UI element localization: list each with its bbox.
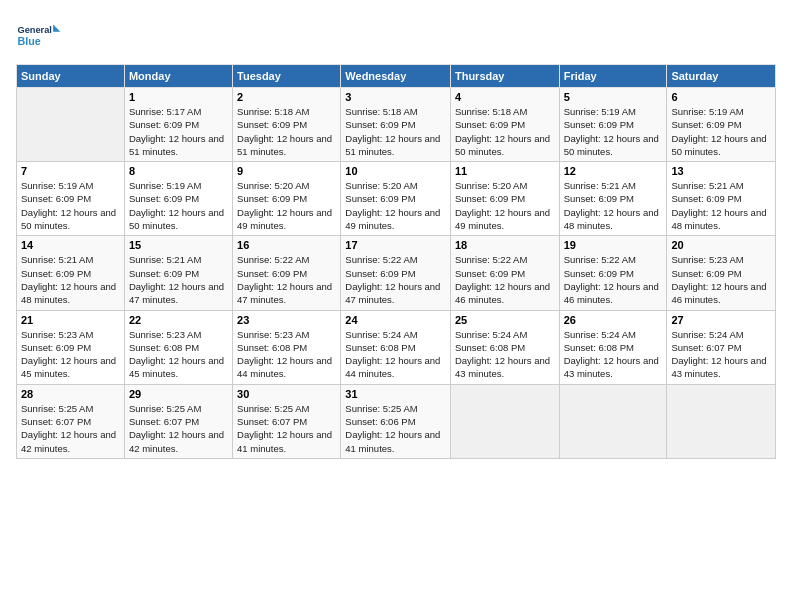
day-cell: 19Sunrise: 5:22 AMSunset: 6:09 PMDayligh… (559, 236, 667, 310)
day-number: 5 (564, 91, 663, 103)
day-cell: 13Sunrise: 5:21 AMSunset: 6:09 PMDayligh… (667, 162, 776, 236)
day-cell: 15Sunrise: 5:21 AMSunset: 6:09 PMDayligh… (124, 236, 232, 310)
day-info: Sunrise: 5:23 AMSunset: 6:08 PMDaylight:… (129, 328, 228, 381)
day-cell: 21Sunrise: 5:23 AMSunset: 6:09 PMDayligh… (17, 310, 125, 384)
header-cell-wednesday: Wednesday (341, 65, 451, 88)
day-number: 25 (455, 314, 555, 326)
day-info: Sunrise: 5:22 AMSunset: 6:09 PMDaylight:… (455, 253, 555, 306)
day-cell: 2Sunrise: 5:18 AMSunset: 6:09 PMDaylight… (233, 88, 341, 162)
day-info: Sunrise: 5:22 AMSunset: 6:09 PMDaylight:… (345, 253, 446, 306)
day-cell: 11Sunrise: 5:20 AMSunset: 6:09 PMDayligh… (450, 162, 559, 236)
day-info: Sunrise: 5:20 AMSunset: 6:09 PMDaylight:… (237, 179, 336, 232)
day-cell: 7Sunrise: 5:19 AMSunset: 6:09 PMDaylight… (17, 162, 125, 236)
day-info: Sunrise: 5:23 AMSunset: 6:09 PMDaylight:… (21, 328, 120, 381)
day-info: Sunrise: 5:19 AMSunset: 6:09 PMDaylight:… (671, 105, 771, 158)
day-cell: 17Sunrise: 5:22 AMSunset: 6:09 PMDayligh… (341, 236, 451, 310)
day-cell: 9Sunrise: 5:20 AMSunset: 6:09 PMDaylight… (233, 162, 341, 236)
day-number: 11 (455, 165, 555, 177)
svg-text:General: General (17, 25, 52, 35)
day-info: Sunrise: 5:21 AMSunset: 6:09 PMDaylight:… (564, 179, 663, 232)
day-info: Sunrise: 5:22 AMSunset: 6:09 PMDaylight:… (237, 253, 336, 306)
header-cell-saturday: Saturday (667, 65, 776, 88)
header-cell-friday: Friday (559, 65, 667, 88)
day-cell: 30Sunrise: 5:25 AMSunset: 6:07 PMDayligh… (233, 384, 341, 458)
header-cell-thursday: Thursday (450, 65, 559, 88)
day-number: 24 (345, 314, 446, 326)
day-cell: 16Sunrise: 5:22 AMSunset: 6:09 PMDayligh… (233, 236, 341, 310)
day-number: 3 (345, 91, 446, 103)
day-number: 2 (237, 91, 336, 103)
week-row-5: 28Sunrise: 5:25 AMSunset: 6:07 PMDayligh… (17, 384, 776, 458)
logo-svg: General Blue (16, 16, 66, 56)
day-info: Sunrise: 5:24 AMSunset: 6:08 PMDaylight:… (345, 328, 446, 381)
day-number: 28 (21, 388, 120, 400)
day-cell: 22Sunrise: 5:23 AMSunset: 6:08 PMDayligh… (124, 310, 232, 384)
day-info: Sunrise: 5:24 AMSunset: 6:07 PMDaylight:… (671, 328, 771, 381)
day-info: Sunrise: 5:22 AMSunset: 6:09 PMDaylight:… (564, 253, 663, 306)
day-cell (559, 384, 667, 458)
day-number: 30 (237, 388, 336, 400)
svg-text:Blue: Blue (17, 35, 40, 47)
day-cell: 5Sunrise: 5:19 AMSunset: 6:09 PMDaylight… (559, 88, 667, 162)
header-cell-monday: Monday (124, 65, 232, 88)
calendar-table: SundayMondayTuesdayWednesdayThursdayFrid… (16, 64, 776, 459)
day-info: Sunrise: 5:21 AMSunset: 6:09 PMDaylight:… (21, 253, 120, 306)
day-info: Sunrise: 5:20 AMSunset: 6:09 PMDaylight:… (345, 179, 446, 232)
day-number: 22 (129, 314, 228, 326)
day-cell: 24Sunrise: 5:24 AMSunset: 6:08 PMDayligh… (341, 310, 451, 384)
page-header: General Blue (16, 16, 776, 56)
day-number: 31 (345, 388, 446, 400)
day-number: 10 (345, 165, 446, 177)
day-number: 9 (237, 165, 336, 177)
day-cell: 23Sunrise: 5:23 AMSunset: 6:08 PMDayligh… (233, 310, 341, 384)
day-number: 21 (21, 314, 120, 326)
day-cell (17, 88, 125, 162)
day-number: 19 (564, 239, 663, 251)
header-cell-tuesday: Tuesday (233, 65, 341, 88)
day-number: 20 (671, 239, 771, 251)
day-info: Sunrise: 5:19 AMSunset: 6:09 PMDaylight:… (21, 179, 120, 232)
day-number: 8 (129, 165, 228, 177)
day-info: Sunrise: 5:21 AMSunset: 6:09 PMDaylight:… (129, 253, 228, 306)
day-cell: 25Sunrise: 5:24 AMSunset: 6:08 PMDayligh… (450, 310, 559, 384)
day-info: Sunrise: 5:18 AMSunset: 6:09 PMDaylight:… (455, 105, 555, 158)
day-info: Sunrise: 5:23 AMSunset: 6:09 PMDaylight:… (671, 253, 771, 306)
day-cell: 18Sunrise: 5:22 AMSunset: 6:09 PMDayligh… (450, 236, 559, 310)
day-cell: 1Sunrise: 5:17 AMSunset: 6:09 PMDaylight… (124, 88, 232, 162)
week-row-4: 21Sunrise: 5:23 AMSunset: 6:09 PMDayligh… (17, 310, 776, 384)
day-cell: 12Sunrise: 5:21 AMSunset: 6:09 PMDayligh… (559, 162, 667, 236)
header-cell-sunday: Sunday (17, 65, 125, 88)
week-row-3: 14Sunrise: 5:21 AMSunset: 6:09 PMDayligh… (17, 236, 776, 310)
day-info: Sunrise: 5:24 AMSunset: 6:08 PMDaylight:… (455, 328, 555, 381)
week-row-1: 1Sunrise: 5:17 AMSunset: 6:09 PMDaylight… (17, 88, 776, 162)
day-cell: 4Sunrise: 5:18 AMSunset: 6:09 PMDaylight… (450, 88, 559, 162)
day-number: 4 (455, 91, 555, 103)
day-number: 7 (21, 165, 120, 177)
day-number: 15 (129, 239, 228, 251)
day-number: 1 (129, 91, 228, 103)
day-info: Sunrise: 5:19 AMSunset: 6:09 PMDaylight:… (129, 179, 228, 232)
day-number: 13 (671, 165, 771, 177)
day-info: Sunrise: 5:25 AMSunset: 6:07 PMDaylight:… (237, 402, 336, 455)
day-cell (667, 384, 776, 458)
day-cell: 26Sunrise: 5:24 AMSunset: 6:08 PMDayligh… (559, 310, 667, 384)
day-number: 14 (21, 239, 120, 251)
day-info: Sunrise: 5:25 AMSunset: 6:06 PMDaylight:… (345, 402, 446, 455)
day-number: 29 (129, 388, 228, 400)
day-cell: 10Sunrise: 5:20 AMSunset: 6:09 PMDayligh… (341, 162, 451, 236)
day-number: 16 (237, 239, 336, 251)
day-info: Sunrise: 5:18 AMSunset: 6:09 PMDaylight:… (237, 105, 336, 158)
day-info: Sunrise: 5:25 AMSunset: 6:07 PMDaylight:… (129, 402, 228, 455)
day-cell: 29Sunrise: 5:25 AMSunset: 6:07 PMDayligh… (124, 384, 232, 458)
day-number: 17 (345, 239, 446, 251)
day-cell: 28Sunrise: 5:25 AMSunset: 6:07 PMDayligh… (17, 384, 125, 458)
day-cell: 20Sunrise: 5:23 AMSunset: 6:09 PMDayligh… (667, 236, 776, 310)
day-number: 27 (671, 314, 771, 326)
day-cell: 6Sunrise: 5:19 AMSunset: 6:09 PMDaylight… (667, 88, 776, 162)
day-cell (450, 384, 559, 458)
day-info: Sunrise: 5:24 AMSunset: 6:08 PMDaylight:… (564, 328, 663, 381)
day-info: Sunrise: 5:25 AMSunset: 6:07 PMDaylight:… (21, 402, 120, 455)
day-cell: 31Sunrise: 5:25 AMSunset: 6:06 PMDayligh… (341, 384, 451, 458)
day-cell: 27Sunrise: 5:24 AMSunset: 6:07 PMDayligh… (667, 310, 776, 384)
header-row: SundayMondayTuesdayWednesdayThursdayFrid… (17, 65, 776, 88)
